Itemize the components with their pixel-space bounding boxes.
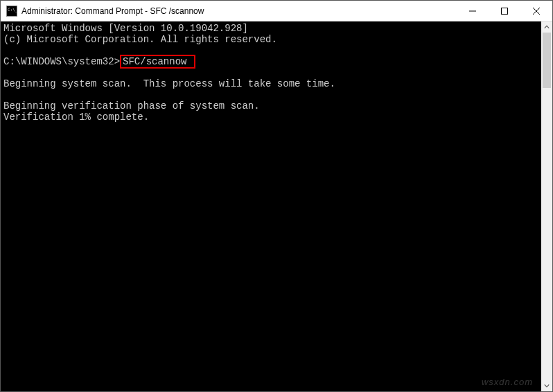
output-line: (c) Microsoft Corporation. All rights re…: [3, 34, 277, 45]
titlebar[interactable]: Administrator: Command Prompt - SFC /sca…: [1, 1, 552, 21]
output-line: Verification 1% complete.: [3, 112, 149, 123]
svg-rect-1: [502, 8, 508, 14]
output-line: Microsoft Windows [Version 10.0.19042.92…: [3, 23, 248, 34]
command-highlight: SFC/scannow: [120, 55, 195, 69]
output-line: Beginning system scan. This process will…: [3, 78, 335, 89]
prompt-prefix: C:\WINDOWS\system32>: [3, 56, 120, 67]
scroll-thumb[interactable]: [543, 33, 551, 88]
chevron-down-icon: [544, 383, 550, 389]
titlebar-left: Administrator: Command Prompt - SFC /sca…: [1, 6, 204, 17]
cmd-icon: [6, 6, 17, 17]
scroll-down-button[interactable]: [541, 380, 552, 391]
maximize-button[interactable]: [489, 1, 520, 21]
minimize-button[interactable]: [457, 1, 489, 21]
window-title: Administrator: Command Prompt - SFC /sca…: [21, 6, 204, 16]
close-button[interactable]: [520, 1, 552, 21]
chevron-up-icon: [544, 24, 550, 30]
vertical-scrollbar[interactable]: [541, 21, 552, 391]
close-icon: [533, 8, 540, 15]
terminal-output[interactable]: Microsoft Windows [Version 10.0.19042.92…: [1, 21, 541, 391]
output-line: Beginning verification phase of system s…: [3, 100, 260, 112]
command-prompt-window: Administrator: Command Prompt - SFC /sca…: [0, 0, 553, 392]
terminal-area: Microsoft Windows [Version 10.0.19042.92…: [1, 21, 552, 391]
window-controls: [457, 1, 552, 21]
typed-command: SFC/scannow: [123, 56, 186, 67]
maximize-icon: [501, 8, 508, 15]
minimize-icon: [469, 8, 476, 15]
scroll-up-button[interactable]: [541, 21, 552, 33]
